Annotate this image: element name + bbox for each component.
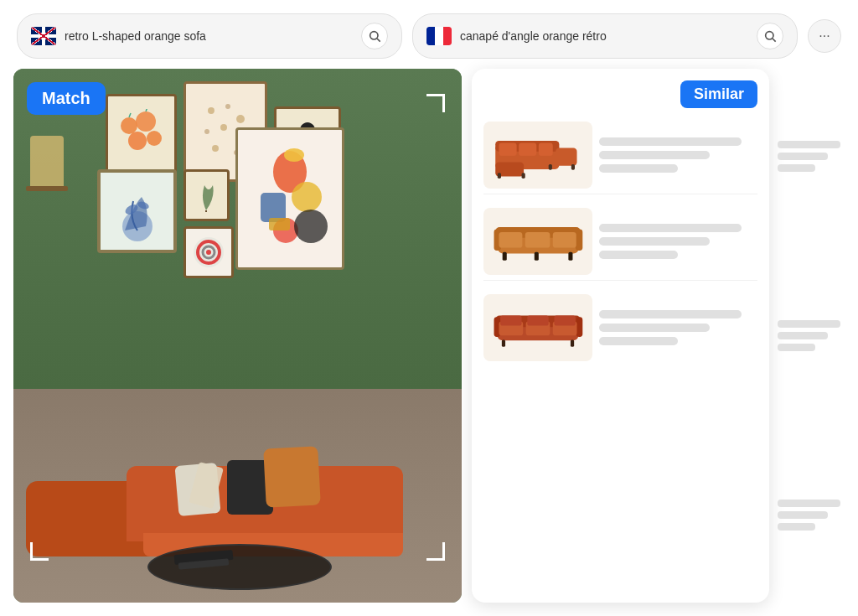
product-row-2[interactable] bbox=[483, 203, 757, 281]
flag-fr-icon bbox=[426, 27, 452, 45]
svg-point-11 bbox=[225, 104, 230, 109]
side-line bbox=[778, 141, 840, 148]
svg-point-31 bbox=[294, 210, 328, 243]
svg-point-14 bbox=[220, 124, 227, 131]
text-line bbox=[599, 151, 711, 159]
frame-botanical bbox=[97, 169, 177, 253]
side-line bbox=[778, 511, 828, 519]
frame-colorful bbox=[235, 127, 344, 270]
more-button[interactable]: ··· bbox=[808, 19, 841, 53]
svg-point-4 bbox=[121, 117, 137, 134]
search-row: ··· bbox=[13, 13, 845, 59]
text-line bbox=[599, 237, 711, 246]
main-content: Match Similar bbox=[13, 69, 845, 603]
svg-point-2 bbox=[766, 32, 773, 39]
product-row-1[interactable] bbox=[483, 116, 757, 194]
product-image-1 bbox=[483, 122, 592, 189]
search-button-en[interactable] bbox=[361, 23, 388, 49]
side-line bbox=[778, 320, 840, 328]
svg-rect-43 bbox=[548, 164, 551, 170]
svg-point-26 bbox=[206, 250, 211, 255]
product-image-2 bbox=[483, 208, 592, 275]
svg-rect-62 bbox=[500, 316, 521, 326]
similar-header: Similar bbox=[483, 80, 757, 108]
app-container: ··· bbox=[0, 0, 858, 616]
search-input-fr[interactable] bbox=[460, 29, 748, 43]
room-image: Match bbox=[13, 69, 462, 603]
search-button-fr[interactable] bbox=[757, 23, 783, 49]
svg-point-6 bbox=[128, 132, 147, 150]
svg-point-13 bbox=[204, 129, 209, 134]
product-text-lines-2 bbox=[599, 224, 757, 259]
search-box-fr bbox=[412, 13, 798, 59]
similar-card: Similar bbox=[472, 69, 769, 603]
text-line bbox=[599, 164, 679, 173]
svg-rect-54 bbox=[568, 252, 572, 261]
svg-point-33 bbox=[284, 148, 304, 162]
shelf-decor bbox=[26, 136, 68, 203]
right-panel: Similar bbox=[472, 69, 845, 603]
svg-point-28 bbox=[292, 182, 322, 212]
text-line bbox=[599, 251, 679, 259]
side-line bbox=[778, 164, 815, 172]
match-badge: Match bbox=[27, 82, 106, 115]
svg-rect-64 bbox=[554, 316, 575, 326]
svg-rect-41 bbox=[497, 173, 500, 179]
svg-rect-49 bbox=[499, 232, 522, 248]
flag-uk-icon bbox=[31, 27, 56, 45]
side-text-group-1 bbox=[778, 141, 845, 172]
svg-rect-32 bbox=[269, 218, 290, 230]
side-text-group-2 bbox=[778, 320, 845, 351]
svg-point-12 bbox=[236, 115, 245, 123]
text-line bbox=[599, 324, 711, 332]
svg-point-16 bbox=[212, 145, 219, 152]
svg-rect-65 bbox=[501, 339, 504, 346]
svg-line-1 bbox=[377, 39, 380, 42]
product-row-3[interactable] bbox=[483, 289, 757, 366]
side-line bbox=[778, 500, 840, 507]
svg-line-8 bbox=[129, 113, 131, 117]
svg-rect-39 bbox=[519, 143, 536, 156]
svg-rect-37 bbox=[556, 148, 576, 166]
side-text-group-3 bbox=[778, 500, 845, 531]
svg-point-7 bbox=[147, 131, 162, 146]
product-text-lines-3 bbox=[599, 310, 757, 345]
search-input-en[interactable] bbox=[65, 29, 353, 43]
side-line bbox=[778, 344, 815, 351]
svg-point-10 bbox=[208, 107, 214, 114]
svg-line-9 bbox=[146, 109, 147, 111]
svg-rect-53 bbox=[534, 252, 538, 261]
svg-rect-50 bbox=[525, 232, 550, 248]
svg-line-3 bbox=[773, 39, 776, 42]
svg-rect-51 bbox=[552, 232, 576, 248]
text-line bbox=[599, 310, 742, 318]
frame-small-plant bbox=[183, 169, 230, 221]
text-line bbox=[599, 137, 742, 146]
svg-rect-66 bbox=[570, 339, 573, 346]
search-box-en bbox=[17, 13, 402, 59]
svg-rect-42 bbox=[521, 173, 525, 179]
svg-rect-58 bbox=[576, 317, 582, 337]
image-panel: Match bbox=[13, 69, 462, 603]
svg-rect-48 bbox=[575, 230, 581, 251]
svg-rect-29 bbox=[261, 193, 286, 222]
similar-badge: Similar bbox=[680, 80, 757, 108]
text-line bbox=[599, 337, 679, 345]
svg-rect-52 bbox=[502, 252, 506, 261]
side-line bbox=[778, 523, 815, 531]
svg-point-5 bbox=[136, 111, 156, 132]
side-line bbox=[778, 153, 828, 160]
frame-target bbox=[183, 226, 234, 278]
svg-point-0 bbox=[370, 32, 378, 39]
svg-rect-44 bbox=[571, 164, 574, 170]
svg-rect-63 bbox=[527, 316, 548, 326]
side-line bbox=[778, 332, 828, 339]
coffee-table bbox=[147, 544, 332, 590]
product-image-3 bbox=[483, 294, 592, 361]
svg-rect-38 bbox=[499, 143, 516, 156]
text-line bbox=[599, 224, 742, 232]
product-text-lines-1 bbox=[599, 137, 757, 173]
side-text-column bbox=[778, 69, 845, 603]
svg-rect-40 bbox=[538, 143, 552, 156]
